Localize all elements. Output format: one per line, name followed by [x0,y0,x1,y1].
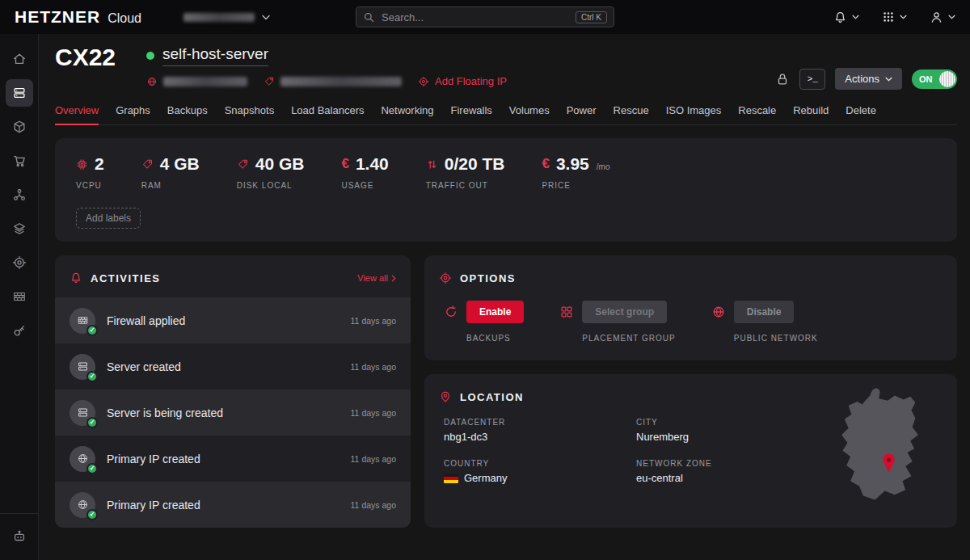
content-columns: ACTIVITIES View all ✓ Firewall applied 1… [55,255,957,528]
view-all-link[interactable]: View all [357,273,396,283]
sidebar-item-load-balancers[interactable] [6,215,33,242]
activity-time: 11 days ago [351,408,396,418]
sidebar-item-security[interactable] [6,317,33,344]
tab-power[interactable]: Power [567,104,597,116]
tab-volumes[interactable]: Volumes [509,104,550,116]
stat-value: 2 [95,154,104,174]
globe-icon [711,305,726,319]
stat-traffic: 0/20 TB TRAFFIC OUT [426,154,505,190]
actions-button[interactable]: Actions [835,68,902,90]
server-name[interactable]: self-host-server [162,45,268,66]
project-selector[interactable] [183,13,270,22]
tab-networking[interactable]: Networking [381,104,433,116]
activity-row[interactable]: ✓ Server is being created 11 days ago [55,389,411,436]
map-pin-icon [439,390,452,403]
backup-restore-icon [444,305,458,319]
key-icon [12,323,27,338]
field-country: COUNTRY Germany [444,459,636,484]
activity-row[interactable]: ✓ Primary IP created 11 days ago [55,436,411,482]
power-toggle[interactable]: ON [912,69,957,89]
stat-disk: 40 GB DISK LOCAL [237,154,305,190]
ipv6-address[interactable] [264,76,402,87]
activity-time: 11 days ago [351,316,396,326]
brand-logo[interactable]: HETZNER Cloud [15,7,141,27]
enable-backups-button[interactable]: Enable [466,301,524,323]
ipv4-address[interactable] [146,76,247,87]
success-check-icon: ✓ [86,371,98,382]
sidebar-item-marketplace[interactable] [6,147,33,175]
sidebar-item-volumes[interactable] [6,113,33,141]
stat-value: 3.95 [556,154,589,174]
ipv4-redacted [163,77,247,86]
home-icon [12,52,27,66]
activity-row[interactable]: ✓ Server created 11 days ago [55,343,411,389]
options-title: OPTIONS [460,272,516,284]
tab-graphs[interactable]: Graphs [116,104,150,116]
search-input[interactable]: Search... Ctrl K [356,6,614,27]
notifications-menu[interactable] [833,11,859,24]
activity-text: Firewall applied [107,314,185,327]
germany-map [818,384,946,512]
activities-card: ACTIVITIES View all ✓ Firewall applied 1… [55,255,411,528]
stat-ram: 4 GB RAM [141,154,200,190]
add-labels-button[interactable]: Add labels [76,208,141,229]
stat-label: USAGE [341,181,388,190]
server-type-block: CX22 [55,45,116,78]
console-button[interactable]: >_ [799,69,825,90]
server-ip-row: Add Floating IP [146,75,507,87]
options-header: OPTIONS [424,255,957,297]
user-icon [930,11,943,24]
sidebar-item-firewalls[interactable] [6,283,33,310]
lock-button[interactable] [775,72,790,86]
stat-vcpu: 2 VCPU [76,154,104,190]
arrows-up-down-icon [426,158,438,171]
sidebar-item-home[interactable] [6,45,33,73]
select-placement-group-button[interactable]: Select group [582,301,667,323]
field-label: CITY [636,418,829,427]
success-check-icon: ✓ [86,509,98,520]
tab-rescale[interactable]: Rescale [738,104,776,116]
stat-label: RAM [141,181,200,190]
activity-row[interactable]: ✓ Primary IP created 11 days ago [55,482,411,528]
status-dot [146,52,154,60]
sidebar [0,34,39,560]
apps-menu[interactable] [882,11,907,23]
bell-icon [833,11,847,24]
sidebar-item-servers[interactable] [6,79,33,107]
tab-rescue[interactable]: Rescue [614,104,649,116]
target-icon [418,76,429,87]
field-value: eu-central [636,472,829,484]
activity-avatar: ✓ [70,492,95,518]
activity-text: Server is being created [107,406,223,419]
user-menu[interactable] [930,11,955,24]
stat-label: VCPU [76,181,104,190]
tab-load-balancers[interactable]: Load Balancers [291,104,364,116]
stat-label: DISK LOCAL [237,181,305,190]
chevron-down-icon [885,77,892,82]
project-name-redacted [183,13,255,22]
activity-row[interactable]: ✓ Firewall applied 11 days ago [55,297,411,343]
tab-snapshots[interactable]: Snapshots [225,104,274,116]
sidebar-item-support[interactable] [6,523,33,550]
tab-backups[interactable]: Backups [167,104,208,116]
lock-icon [775,72,790,86]
disable-public-network-button[interactable]: Disable [734,301,795,323]
tab-overview[interactable]: Overview [55,104,99,116]
field-value: Germany [444,472,636,484]
sidebar-item-networks[interactable] [6,181,33,208]
tab-iso-images[interactable]: ISO Images [666,104,722,116]
add-floating-ip-link[interactable]: Add Floating IP [418,75,507,87]
tab-firewalls[interactable]: Firewalls [451,104,492,116]
sidebar-item-floating-ips[interactable] [6,249,33,276]
tag-icon [141,158,154,171]
euro-icon: € [542,156,549,172]
activity-time: 11 days ago [351,362,396,372]
server-name-block: self-host-server Add Floating IP [146,45,507,87]
cart-icon [12,154,27,168]
field-label: COUNTRY [444,459,636,468]
add-floating-ip-label: Add Floating IP [435,75,507,87]
activities-title: ACTIVITIES [91,272,161,284]
chevron-down-icon [900,15,907,19]
tab-delete[interactable]: Delete [846,104,876,116]
tab-rebuild[interactable]: Rebuild [793,104,829,116]
